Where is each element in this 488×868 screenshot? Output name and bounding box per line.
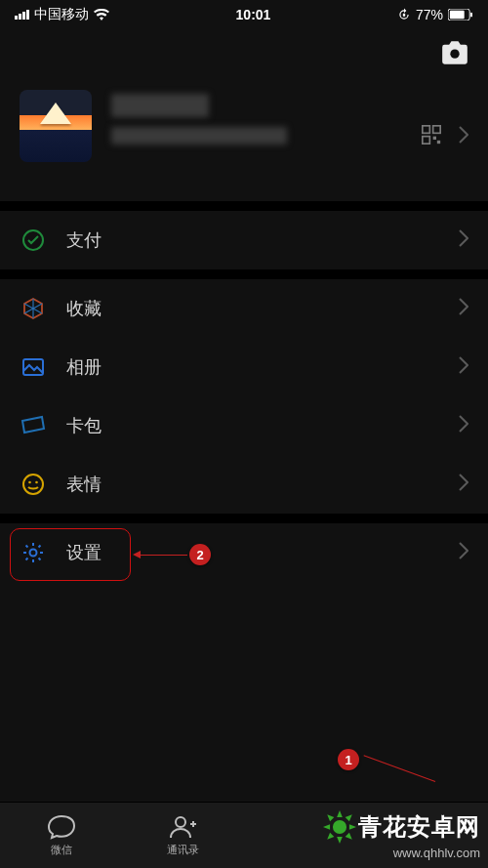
- menu-pay[interactable]: 支付: [0, 211, 488, 269]
- svg-point-4: [450, 50, 459, 59]
- menu-settings[interactable]: 设置 2: [0, 523, 488, 582]
- chevron-right-icon: [459, 229, 468, 247]
- menu-label: 设置: [66, 541, 102, 564]
- menu-label: 支付: [66, 228, 102, 252]
- svg-rect-9: [437, 141, 440, 144]
- wifi-icon: [94, 9, 109, 21]
- annotation-1-group: 1: [338, 749, 359, 770]
- annotation-line-1: [364, 755, 436, 782]
- cards-icon: [20, 415, 47, 436]
- profile-subtitle-redacted: [111, 127, 287, 145]
- annotation-badge-2: 2: [189, 544, 211, 565]
- annotation-line: [141, 555, 187, 556]
- menu-label: 表情: [66, 473, 102, 496]
- profile-info: [111, 94, 468, 158]
- watermark-brand: 青花安卓网: [358, 811, 480, 843]
- carrier-label: 中国移动: [34, 6, 89, 23]
- profile-name-redacted: [111, 94, 209, 117]
- menu-album[interactable]: 相册: [0, 338, 488, 396]
- watermark-url: www.qhhlv.com: [323, 846, 480, 860]
- chevron-right-icon: [459, 126, 468, 144]
- gear-icon: [20, 541, 47, 564]
- svg-rect-6: [433, 126, 441, 134]
- rotation-lock-icon: [397, 8, 411, 21]
- svg-rect-0: [403, 14, 405, 17]
- svg-rect-8: [433, 137, 436, 140]
- status-right: 77%: [397, 7, 473, 22]
- battery-icon: [448, 9, 473, 21]
- divider: [0, 201, 488, 211]
- chat-icon: [47, 814, 76, 840]
- emoji-icon: [20, 473, 47, 496]
- svg-rect-2: [450, 11, 465, 19]
- chevron-right-icon: [459, 542, 468, 559]
- menu-label: 相册: [66, 355, 102, 379]
- contacts-icon: [169, 814, 198, 840]
- tab-chats[interactable]: 微信: [0, 803, 122, 868]
- menu-sticker[interactable]: 表情: [0, 455, 488, 514]
- album-icon: [20, 355, 47, 379]
- header-actions: [0, 29, 488, 72]
- menu-label: 收藏: [66, 297, 102, 320]
- qrcode-icon[interactable]: [422, 125, 441, 145]
- menu-cards[interactable]: 卡包: [0, 396, 488, 455]
- svg-rect-7: [423, 137, 430, 145]
- svg-rect-5: [423, 126, 430, 134]
- tab-label: 微信: [51, 843, 72, 857]
- tab-label: 通讯录: [167, 843, 199, 857]
- profile-row[interactable]: [0, 72, 488, 201]
- watermark: 青花安卓网 www.qhhlv.com: [323, 810, 480, 860]
- chevron-right-icon: [459, 298, 468, 315]
- signal-icon: [15, 10, 29, 20]
- divider: [0, 269, 488, 279]
- pay-icon: [20, 228, 47, 252]
- menu-favorites[interactable]: 收藏: [0, 279, 488, 338]
- status-bar: 中国移动 10:01 77%: [0, 0, 488, 29]
- battery-percent: 77%: [416, 7, 443, 22]
- svg-point-13: [28, 481, 31, 484]
- avatar: [20, 90, 92, 162]
- camera-icon[interactable]: [441, 41, 468, 64]
- svg-rect-3: [470, 13, 472, 18]
- svg-point-15: [30, 550, 37, 557]
- chevron-right-icon: [459, 415, 468, 433]
- chevron-right-icon: [459, 356, 468, 374]
- svg-point-14: [35, 481, 38, 484]
- tab-contacts[interactable]: 通讯录: [122, 803, 244, 868]
- annotation-arrowhead: [133, 551, 141, 558]
- watermark-logo-icon: [323, 810, 356, 844]
- status-left: 中国移动: [15, 6, 109, 23]
- svg-point-12: [23, 475, 43, 494]
- svg-point-17: [333, 820, 346, 834]
- divider: [0, 514, 488, 523]
- chevron-right-icon: [459, 474, 468, 491]
- svg-point-16: [176, 817, 185, 827]
- clock: 10:01: [236, 7, 271, 22]
- annotation-badge-1: 1: [338, 749, 359, 770]
- favorites-icon: [20, 297, 47, 320]
- menu-label: 卡包: [66, 414, 102, 437]
